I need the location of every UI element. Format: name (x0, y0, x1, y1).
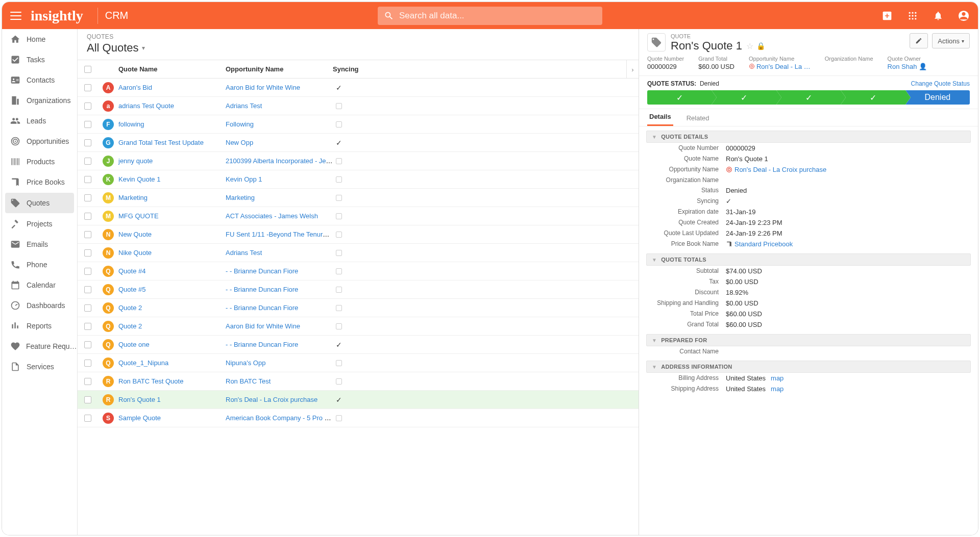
table-row[interactable]: MMarketingMarketing (78, 189, 639, 207)
col-syncing[interactable]: Syncing (333, 65, 639, 73)
quote-name-link[interactable]: jenny quote (118, 157, 153, 165)
table-row[interactable]: aadrians Test QuoteAdrians Test (78, 97, 639, 115)
table-row[interactable]: NNew QuoteFU Sent 1/11 -Beyond The Tenur… (78, 225, 639, 244)
row-checkbox[interactable] (84, 213, 91, 220)
nav-item-opportunities[interactable]: Opportunities (2, 131, 77, 151)
opportunity-link[interactable]: Nipuna's Opp (226, 359, 265, 367)
expand-panel-icon[interactable]: › (626, 60, 639, 79)
row-checkbox[interactable] (84, 194, 91, 201)
quote-name-link[interactable]: Kevin Quote 1 (118, 175, 160, 183)
edit-button[interactable] (910, 33, 928, 48)
row-checkbox[interactable] (84, 268, 91, 275)
nav-item-dashboards[interactable]: Dashboards (2, 295, 77, 316)
table-row[interactable]: RRon's Quote 1Ron's Deal - La Croix purc… (78, 391, 639, 409)
opportunity-link[interactable]: - - Brianne Duncan Fiore (226, 267, 298, 275)
opportunity-link[interactable]: Adrians Test (226, 102, 262, 110)
row-checkbox[interactable] (84, 286, 91, 293)
row-checkbox[interactable] (84, 249, 91, 257)
nav-item-emails[interactable]: Emails (2, 234, 77, 254)
quote-name-link[interactable]: Marketing (118, 194, 148, 201)
row-checkbox[interactable] (84, 396, 91, 403)
nav-item-quotes[interactable]: Quotes (5, 193, 74, 213)
quote-name-link[interactable]: Ron's Quote 1 (118, 396, 161, 403)
nav-item-contacts[interactable]: Contacts (2, 70, 77, 90)
table-row[interactable]: FfollowingFollowing (78, 115, 639, 134)
quote-name-link[interactable]: Grand Total Test Test Update (118, 139, 204, 146)
opportunity-link[interactable]: Following (226, 120, 254, 128)
star-icon[interactable]: ☆ (746, 41, 753, 51)
section-header[interactable]: ▼QUOTE TOTALS (646, 253, 971, 266)
nav-item-price-books[interactable]: Price Books (2, 172, 77, 192)
row-checkbox[interactable] (84, 231, 91, 238)
quote-name-link[interactable]: Quote_1_Nipuna (118, 359, 168, 367)
hamburger-menu[interactable] (10, 9, 23, 22)
row-checkbox[interactable] (84, 304, 91, 312)
table-row[interactable]: GGrand Total Test Test UpdateNew Opp✓ (78, 134, 639, 152)
map-link[interactable]: map (771, 385, 783, 393)
opportunity-link[interactable]: Kevin Opp 1 (226, 175, 262, 183)
nav-item-feature-reque-[interactable]: Feature Reque … (2, 336, 77, 356)
map-link[interactable]: map (771, 374, 783, 382)
search-input[interactable] (378, 7, 602, 25)
summary-value[interactable]: Ron's Deal - La … (749, 63, 811, 70)
table-row[interactable]: QQuote 2Aaron Bid for White Wine (78, 317, 639, 336)
nav-item-calendar[interactable]: Calendar (2, 275, 77, 295)
table-row[interactable]: SSample QuoteAmerican Book Company - 5 P… (78, 409, 639, 427)
opportunity-link[interactable]: New Opp (226, 139, 253, 146)
section-header[interactable]: ▼PREPARED FOR (646, 334, 971, 346)
col-quote-name[interactable]: Quote Name (118, 65, 226, 73)
nav-item-services[interactable]: Services (2, 356, 77, 377)
apps-icon[interactable] (906, 10, 919, 22)
quote-name-link[interactable]: Quote one (118, 341, 150, 348)
select-all-checkbox[interactable] (84, 66, 91, 73)
row-checkbox[interactable] (84, 341, 91, 348)
quote-name-link[interactable]: Ron BATC Test Quote (118, 377, 183, 385)
user-icon[interactable] (958, 10, 970, 22)
tab-related[interactable]: Related (684, 110, 712, 126)
actions-button[interactable]: Actions ▾ (932, 33, 970, 48)
table-row[interactable]: NNike QuoteAdrians Test (78, 244, 639, 262)
quote-name-link[interactable]: Quote #4 (118, 267, 146, 275)
quote-name-link[interactable]: Nike Quote (118, 249, 152, 257)
table-row[interactable]: RRon BATC Test QuoteRon BATC Test (78, 372, 639, 391)
col-opportunity-name[interactable]: Opportunity Name (226, 65, 333, 73)
bell-icon[interactable] (932, 10, 944, 22)
opportunity-link[interactable]: Aaron Bid for White Wine (226, 322, 300, 330)
quote-name-link[interactable]: Sample Quote (118, 414, 161, 422)
opportunity-link[interactable]: FU Sent 1/11 -Beyond The Tenure Tra… (226, 231, 333, 238)
add-icon[interactable] (881, 10, 893, 22)
table-row[interactable]: QQuote one- - Brianne Duncan Fiore✓ (78, 336, 639, 354)
change-status-link[interactable]: Change Quote Status (911, 80, 970, 87)
table-row[interactable]: QQuote 2- - Brianne Duncan Fiore (78, 299, 639, 317)
opportunity-link[interactable]: - - Brianne Duncan Fiore (226, 304, 298, 312)
opportunity-link[interactable]: Aaron Bid for White Wine (226, 84, 300, 91)
quote-name-link[interactable]: New Quote (118, 231, 152, 238)
opportunity-link[interactable]: ACT Associates - James Welsh (226, 212, 318, 220)
table-row[interactable]: AAaron's BidAaron Bid for White Wine✓ (78, 79, 639, 97)
section-header[interactable]: ▼QUOTE DETAILS (646, 131, 971, 143)
tab-details[interactable]: Details (647, 109, 673, 126)
table-row[interactable]: MMFG QUOTEACT Associates - James Welsh (78, 207, 639, 225)
quote-name-link[interactable]: Quote 2 (118, 304, 142, 312)
quote-name-link[interactable]: Aaron's Bid (118, 84, 152, 91)
nav-item-products[interactable]: Products (2, 151, 77, 172)
summary-value[interactable]: Ron Shah 👤 (888, 63, 927, 70)
opportunity-link[interactable]: Marketing (226, 194, 255, 201)
row-checkbox[interactable] (84, 84, 91, 91)
nav-item-reports[interactable]: Reports (2, 316, 77, 336)
quote-name-link[interactable]: adrians Test Quote (118, 102, 174, 110)
quote-name-link[interactable]: following (118, 120, 144, 128)
section-header[interactable]: ▼ADDRESS INFORMATION (646, 361, 971, 373)
quote-name-link[interactable]: MFG QUOTE (118, 212, 159, 220)
opportunity-link[interactable]: Ron's Deal - La Croix purchase (226, 396, 317, 403)
row-checkbox[interactable] (84, 176, 91, 183)
opportunity-link[interactable]: Adrians Test (226, 249, 262, 257)
table-row[interactable]: Jjenny quote2100399 Alberta Incorporated… (78, 152, 639, 170)
list-view-selector[interactable]: All Quotes▾ (87, 41, 145, 55)
table-row[interactable]: QQuote_1_NipunaNipuna's Opp (78, 354, 639, 372)
nav-item-home[interactable]: Home (2, 29, 77, 49)
table-row[interactable]: KKevin Quote 1Kevin Opp 1 (78, 170, 639, 189)
row-checkbox[interactable] (84, 415, 91, 422)
row-checkbox[interactable] (84, 323, 91, 330)
opportunity-link[interactable]: American Book Company - 5 Pro Use… (226, 414, 333, 422)
